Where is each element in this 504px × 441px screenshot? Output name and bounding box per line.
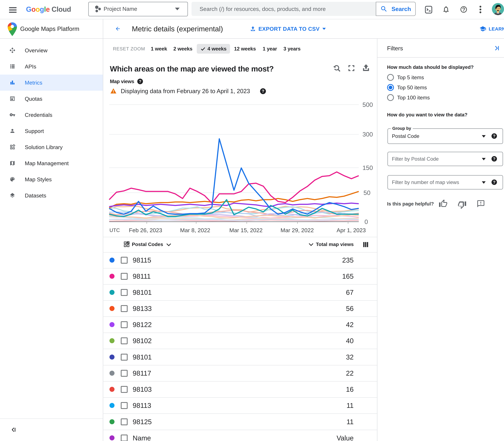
svg-text:500: 500 [362,101,373,108]
svg-text:0: 0 [364,218,368,225]
svg-text:Mar 15, 2022: Mar 15, 2022 [229,227,263,233]
svg-text:Mar 8, 2022: Mar 8, 2022 [180,227,210,233]
svg-text:300: 300 [362,131,373,138]
svg-text:Mar 29, 2022: Mar 29, 2022 [281,227,314,233]
svg-text:Apr 1, 2023: Apr 1, 2023 [337,227,366,233]
svg-text:150: 150 [362,164,373,171]
svg-text:50: 50 [363,189,370,196]
svg-text:UTC: UTC [110,227,120,233]
svg-text:Feb 26, 2023: Feb 26, 2023 [129,227,162,233]
